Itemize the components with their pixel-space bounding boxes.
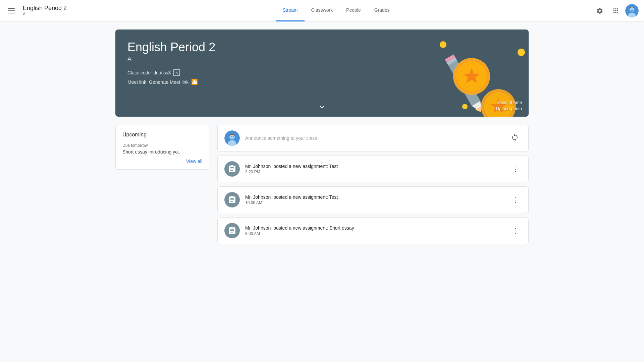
content-area: Upcoming Due tomorrow Short essay introd… xyxy=(115,125,529,244)
svg-point-18 xyxy=(518,49,525,56)
theme-actions: Select theme Upload photo xyxy=(496,100,522,111)
header-class-subtitle: A xyxy=(23,12,67,16)
stream-feed: Announce something to your class xyxy=(217,125,529,244)
announce-card: Announce something to your class xyxy=(217,125,529,152)
chevron-down-icon xyxy=(318,103,326,111)
hero-meta: Class code dnutkw3 ⤡ Meet link Generate … xyxy=(127,69,517,85)
hamburger-menu[interactable] xyxy=(5,5,17,16)
post-author-1: Mr. Johnson xyxy=(245,164,271,169)
generate-meet-link[interactable]: Generate Meet link xyxy=(149,79,189,85)
post-info-1: Mr. Johnson posted a new assignment: Tes… xyxy=(245,164,504,174)
post-assignment-icon-3 xyxy=(224,223,240,238)
select-theme-button[interactable]: Select theme xyxy=(496,100,522,105)
sidebar: Upcoming Due tomorrow Short essay introd… xyxy=(115,125,209,244)
post-time-2: 10:00 AM xyxy=(245,200,504,205)
post-author-2: Mr. Johnson xyxy=(245,194,271,200)
svg-point-24 xyxy=(233,136,234,137)
header-left: English Period 2 A xyxy=(5,5,79,17)
svg-point-4 xyxy=(631,8,631,9)
post-author-3: Mr. Johnson xyxy=(245,225,271,231)
header-class-title: English Period 2 xyxy=(23,5,67,12)
announce-action-icon[interactable] xyxy=(508,131,522,145)
assignment-icon-2 xyxy=(228,195,236,204)
settings-button[interactable] xyxy=(593,4,606,17)
class-code-row: Class code dnutkw3 ⤡ xyxy=(127,69,517,76)
due-label: Due tomorrow xyxy=(122,143,202,148)
post-card-2: Mr. Johnson posted a new assignment: Tes… xyxy=(217,186,529,213)
post-info-3: Mr. Johnson posted a new assignment: Sho… xyxy=(245,225,504,236)
class-code-value: dnutkw3 xyxy=(153,70,171,75)
class-code-label: Class code xyxy=(127,70,151,75)
announce-placeholder[interactable]: Announce something to your class xyxy=(245,135,503,141)
post-card-1: Mr. Johnson posted a new assignment: Tes… xyxy=(217,156,529,182)
header-title-group: English Period 2 A xyxy=(23,5,67,17)
upcoming-title: Upcoming xyxy=(122,132,202,138)
expand-banner-btn[interactable] xyxy=(318,103,326,113)
meet-link-row: Meet link Generate Meet link 🎦 xyxy=(127,79,517,85)
nav-grades[interactable]: Grades xyxy=(368,0,396,21)
post-time-1: 3:20 PM xyxy=(245,170,504,174)
nav-stream[interactable]: Stream xyxy=(276,0,304,21)
nav-people[interactable]: People xyxy=(339,0,368,21)
hero-class-title: English Period 2 xyxy=(127,40,517,54)
apps-button[interactable] xyxy=(609,4,623,17)
gear-icon xyxy=(596,7,603,14)
user-avatar-announce xyxy=(224,130,240,146)
meet-link-label: Meet link xyxy=(127,79,146,85)
svg-point-5 xyxy=(633,8,633,9)
assignment-icon xyxy=(228,165,236,173)
post-assignment-icon-1 xyxy=(224,161,240,177)
hero-banner: English Period 2 A Class code dnutkw3 ⤡ … xyxy=(115,29,529,117)
upload-photo-button[interactable]: Upload photo xyxy=(496,106,522,111)
main-content: English Period 2 A Class code dnutkw3 ⤡ … xyxy=(107,21,537,252)
video-camera-icon: 🎦 xyxy=(191,79,198,85)
assignment-icon-3 xyxy=(228,226,236,235)
upcoming-card: Upcoming Due tomorrow Short essay introd… xyxy=(115,125,209,170)
post-assignment-icon-2 xyxy=(224,192,240,207)
post-title-3: Mr. Johnson posted a new assignment: Sho… xyxy=(245,225,504,231)
svg-point-19 xyxy=(462,104,468,109)
post-action-3: posted a new assignment: Short essay xyxy=(273,225,354,231)
post-title-2: Mr. Johnson posted a new assignment: Tes… xyxy=(245,194,504,200)
post-action-2: posted a new assignment: Test xyxy=(273,194,338,200)
app-header: English Period 2 A Stream Classwork Peop… xyxy=(0,0,644,21)
post-time-3: 8:00 AM xyxy=(245,231,504,236)
due-item: Short essay introducing yo... xyxy=(122,149,202,155)
hero-class-subtitle: A xyxy=(127,56,517,63)
post-menu-2[interactable]: ⋮ xyxy=(509,194,522,206)
post-title-1: Mr. Johnson posted a new assignment: Tes… xyxy=(245,164,504,169)
post-menu-3[interactable]: ⋮ xyxy=(509,225,522,237)
svg-point-23 xyxy=(231,136,232,137)
repost-icon xyxy=(511,133,519,141)
main-nav: Stream Classwork People Grades xyxy=(79,0,593,21)
post-info-2: Mr. Johnson posted a new assignment: Tes… xyxy=(245,194,504,205)
apps-icon xyxy=(612,7,620,14)
post-menu-1[interactable]: ⋮ xyxy=(509,163,522,175)
user-avatar[interactable] xyxy=(625,4,639,17)
header-right xyxy=(593,4,639,17)
nav-classwork[interactable]: Classwork xyxy=(305,0,340,21)
post-card-3: Mr. Johnson posted a new assignment: Sho… xyxy=(217,217,529,244)
expand-code-icon[interactable]: ⤡ xyxy=(173,69,180,76)
post-action-1: posted a new assignment: Test xyxy=(273,164,338,169)
view-all-link[interactable]: View all xyxy=(122,159,202,164)
